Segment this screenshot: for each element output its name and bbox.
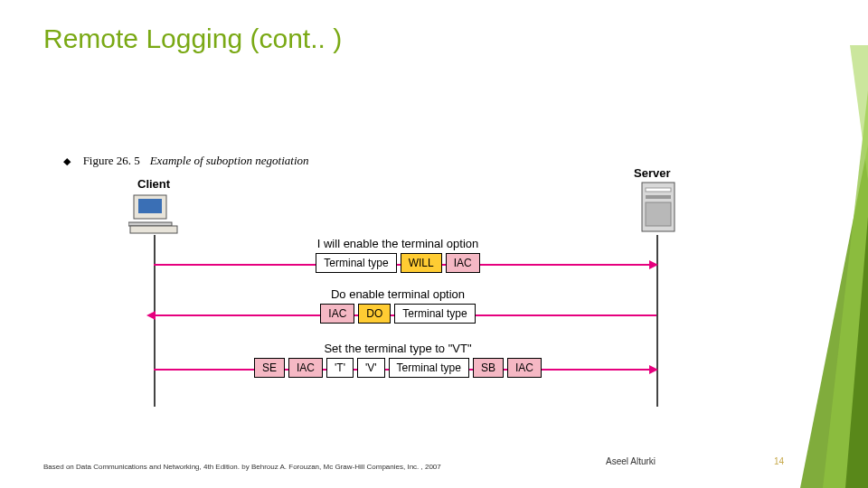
message-caption: Set the terminal type to "VT" <box>108 342 687 355</box>
protocol-field: IAC <box>320 304 354 324</box>
svg-rect-5 <box>646 188 671 192</box>
author-name: Aseel Alturki <box>606 456 656 466</box>
protocol-field: Terminal type <box>316 253 396 273</box>
server-tower-icon <box>640 181 676 233</box>
message-blocks: Terminal typeWILLIAC <box>108 253 687 273</box>
svg-rect-6 <box>646 195 671 199</box>
svg-marker-9 <box>823 90 868 488</box>
protocol-field: WILL <box>401 253 442 273</box>
protocol-field: 'T' <box>326 358 354 378</box>
protocol-field: Terminal type <box>389 358 469 378</box>
svg-marker-11 <box>850 45 868 181</box>
slide-title: Remote Logging (cont.. ) <box>43 23 342 54</box>
svg-marker-10 <box>845 217 868 488</box>
svg-rect-2 <box>128 222 172 226</box>
svg-rect-1 <box>138 199 162 213</box>
message-caption: Do enable terminal option <box>108 287 687 301</box>
client-computer-icon <box>128 193 181 235</box>
message-row: Do enable terminal optionIACDOTerminal t… <box>108 287 687 324</box>
svg-marker-8 <box>800 145 868 488</box>
protocol-field: IAC <box>446 253 480 273</box>
message-blocks: SEIAC'T''V'Terminal typeSBIAC <box>108 358 687 378</box>
footer-citation: Based on Data Communications and Network… <box>43 463 514 472</box>
protocol-field: Terminal type <box>394 304 475 324</box>
protocol-field: IAC <box>507 358 542 378</box>
protocol-field: SE <box>254 358 285 378</box>
message-row: I will enable the terminal optionTermina… <box>108 237 687 273</box>
message-row: Set the terminal type to "VT"SEIAC'T''V'… <box>108 342 687 378</box>
diagram-container: Client Server I will enable the terminal… <box>108 181 741 416</box>
protocol-field: 'V' <box>357 358 385 378</box>
protocol-field: SB <box>473 358 504 378</box>
svg-rect-7 <box>646 202 671 226</box>
client-label: Client <box>137 177 170 191</box>
message-blocks: IACDOTerminal type <box>108 304 687 324</box>
decorative-triangles <box>760 0 868 488</box>
arrow-head-right-icon <box>649 260 658 269</box>
protocol-field: IAC <box>288 358 323 378</box>
message-caption: I will enable the terminal option <box>108 237 687 250</box>
svg-rect-3 <box>130 226 177 233</box>
figure-title: Example of suboption negotiation <box>150 154 309 167</box>
arrow-head-right-icon <box>649 365 658 374</box>
arrow-head-left-icon <box>146 311 156 320</box>
server-label: Server <box>634 166 670 180</box>
figure-number: Figure 26. 5 <box>83 154 140 167</box>
protocol-field: DO <box>358 304 391 324</box>
page-number: 14 <box>774 456 784 466</box>
figure-caption: Figure 26. 5 Example of suboption negoti… <box>63 154 309 168</box>
